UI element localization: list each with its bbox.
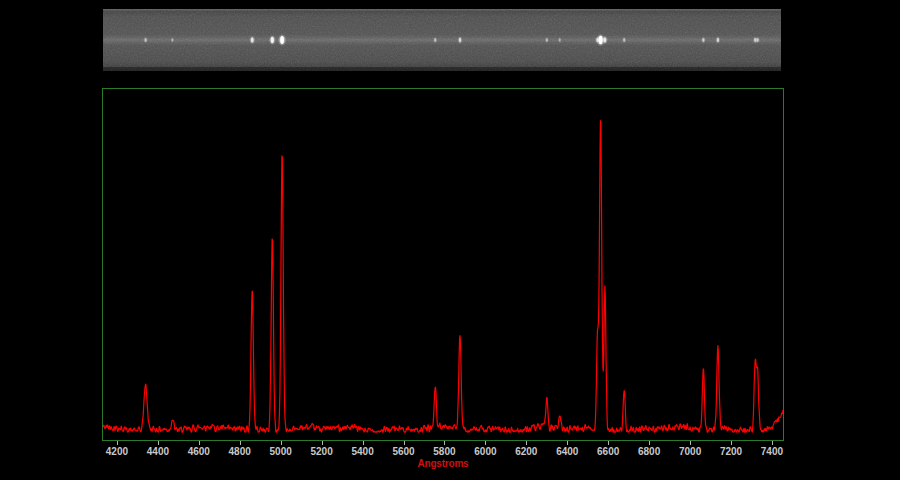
x-tick-label: 6600 bbox=[597, 446, 619, 457]
x-tick-label: 5200 bbox=[310, 446, 332, 457]
x-tick-label: 4800 bbox=[229, 446, 251, 457]
x-tick-label: 7200 bbox=[720, 446, 742, 457]
x-tick bbox=[731, 441, 732, 445]
x-tick-label: 5800 bbox=[433, 446, 455, 457]
x-tick bbox=[117, 441, 118, 445]
x-tick bbox=[444, 441, 445, 445]
x-tick bbox=[322, 441, 323, 445]
x-tick bbox=[567, 441, 568, 445]
x-tick bbox=[363, 441, 364, 445]
x-tick bbox=[158, 441, 159, 445]
spectrum-trace-canvas bbox=[103, 89, 783, 440]
x-tick bbox=[485, 441, 486, 445]
x-tick bbox=[240, 441, 241, 445]
spectrum-strip-image[interactable] bbox=[103, 9, 781, 71]
spectroscopy-screen: 4200440046004800500052005400560058006000… bbox=[0, 0, 900, 480]
x-tick bbox=[404, 441, 405, 445]
x-tick-label: 5600 bbox=[392, 446, 414, 457]
x-tick bbox=[199, 441, 200, 445]
x-tick-label: 7400 bbox=[761, 446, 783, 457]
x-tick bbox=[772, 441, 773, 445]
x-tick bbox=[281, 441, 282, 445]
x-tick-label: 4400 bbox=[147, 446, 169, 457]
x-tick bbox=[690, 441, 691, 445]
x-tick-label: 5000 bbox=[270, 446, 292, 457]
x-tick-label: 7000 bbox=[679, 446, 701, 457]
x-tick-label: 6000 bbox=[474, 446, 496, 457]
x-tick-label: 6800 bbox=[638, 446, 660, 457]
x-tick bbox=[608, 441, 609, 445]
x-tick-label: 6400 bbox=[556, 446, 578, 457]
strip-canvas bbox=[103, 9, 781, 71]
x-tick-label: 5400 bbox=[351, 446, 373, 457]
x-axis-title: Angstroms bbox=[102, 458, 784, 469]
x-tick bbox=[526, 441, 527, 445]
x-tick-label: 4200 bbox=[106, 446, 128, 457]
x-tick bbox=[649, 441, 650, 445]
x-tick-label: 6200 bbox=[515, 446, 537, 457]
x-tick-label: 4600 bbox=[188, 446, 210, 457]
spectrum-plot[interactable] bbox=[102, 88, 784, 441]
